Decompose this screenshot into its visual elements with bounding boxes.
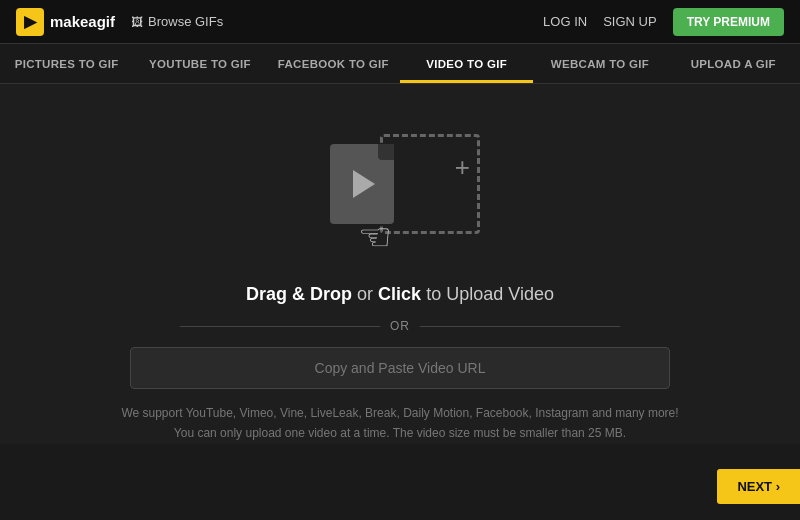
logo-icon: ▶: [16, 8, 44, 36]
upload-text[interactable]: Drag & Drop or Click to Upload Video: [246, 284, 554, 305]
or-line-left: [180, 326, 380, 327]
play-icon: [353, 170, 375, 198]
support-line1: We support YouTube, Vimeo, Vine, LiveLea…: [121, 403, 678, 423]
or-label: OR: [390, 319, 410, 333]
tab-video[interactable]: VIDEO TO GIF: [400, 44, 533, 83]
dashed-border: [380, 134, 480, 234]
support-line2: You can only upload one video at a time.…: [121, 423, 678, 443]
signup-button[interactable]: SIGN UP: [603, 14, 656, 29]
tab-facebook[interactable]: FACEBOOK TO GIF: [267, 44, 400, 83]
logo-area: ▶ makeagif 🖼 Browse GIFs: [16, 8, 223, 36]
tab-webcam[interactable]: WEBCAM TO GIF: [533, 44, 666, 83]
file-icon: [330, 144, 394, 224]
plus-icon: +: [455, 152, 470, 183]
next-button[interactable]: NEXT ›: [717, 469, 800, 504]
header: ▶ makeagif 🖼 Browse GIFs LOG IN SIGN UP …: [0, 0, 800, 44]
or-text-inline: or: [352, 284, 378, 304]
tab-youtube[interactable]: YOUTUBE TO GIF: [133, 44, 266, 83]
click-bold: Click: [378, 284, 421, 304]
tab-upload[interactable]: UPLOAD A GIF: [667, 44, 800, 83]
logo-text: makeagif: [50, 13, 115, 30]
nav-tabs: PICTURES TO GIF YOUTUBE TO GIF FACEBOOK …: [0, 44, 800, 84]
url-input[interactable]: [130, 347, 670, 389]
login-button[interactable]: LOG IN: [543, 14, 587, 29]
upload-icon-area[interactable]: + ☞: [320, 124, 480, 264]
or-divider: OR: [180, 319, 620, 333]
tab-pictures[interactable]: PICTURES TO GIF: [0, 44, 133, 83]
main-content: + ☞ Drag & Drop or Click to Upload Video…: [0, 84, 800, 444]
logo[interactable]: ▶ makeagif: [16, 8, 115, 36]
header-right: LOG IN SIGN UP TRY PREMIUM: [543, 8, 784, 36]
drag-drop-bold: Drag & Drop: [246, 284, 352, 304]
bottom-right-area: NEXT ›: [717, 469, 800, 504]
image-icon: 🖼: [131, 15, 143, 29]
upload-text-after: to Upload Video: [421, 284, 554, 304]
support-text: We support YouTube, Vimeo, Vine, LiveLea…: [121, 403, 678, 444]
try-premium-button[interactable]: TRY PREMIUM: [673, 8, 784, 36]
or-line-right: [420, 326, 620, 327]
browse-gifs-label: Browse GIFs: [148, 14, 223, 29]
browse-gifs-link[interactable]: 🖼 Browse GIFs: [131, 14, 223, 29]
hand-cursor-icon: ☞: [358, 215, 392, 259]
